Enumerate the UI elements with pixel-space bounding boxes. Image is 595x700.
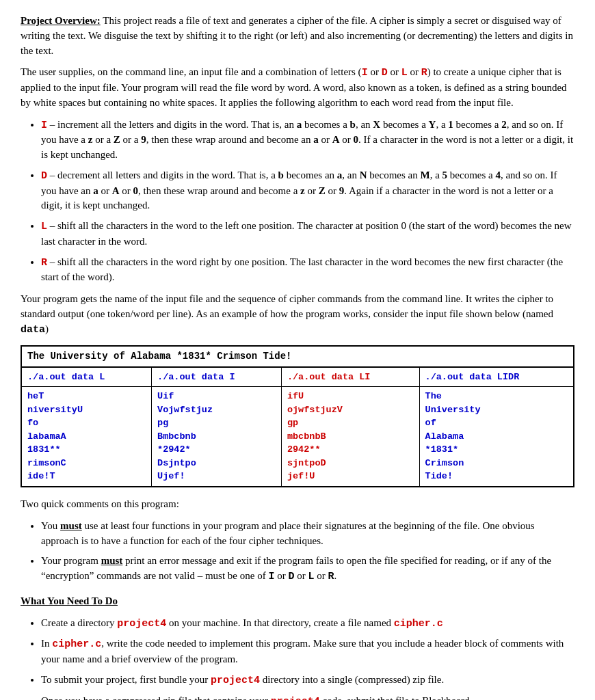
col3-header: ./a.out data LI xyxy=(281,367,419,387)
algorithm-list: I – increment all the letters and digits… xyxy=(41,118,574,286)
overview-paragraph: Project Overview: This project reads a f… xyxy=(21,14,574,58)
comments-list: You must use at least four functions in … xyxy=(41,519,574,584)
comment2-D: D xyxy=(288,571,294,582)
wntd-item2: In cipher.c, write the code needed to im… xyxy=(41,636,574,667)
col4-data: TheUniversityofAlabama*1831*CrimsonTide! xyxy=(419,387,574,487)
wntd-item3: To submit your project, first bundle you… xyxy=(41,673,574,688)
comment1-must: must xyxy=(60,520,82,531)
col4-header: ./a.out data LIDR xyxy=(419,367,574,387)
wntd2-cipher: cipher.c xyxy=(52,638,101,650)
table-header-cell: The University of Alabama *1831* Crimson… xyxy=(21,346,574,366)
bullet-D: D – decrement all letters and digits in … xyxy=(41,168,574,213)
col1-header: ./a.out data L xyxy=(21,367,152,387)
wntd1-project4: project4 xyxy=(117,618,166,630)
table-col-header-row: ./a.out data L ./a.out data I ./a.out da… xyxy=(21,367,574,387)
overview-label: Project Overview: xyxy=(21,15,101,26)
col3-data: ifUojwfstjuzVgpmbcbnbB2942**sjntpoDjef!U xyxy=(281,387,419,487)
para2: Your program gets the name of the input … xyxy=(21,292,574,337)
comment2-I: I xyxy=(268,571,274,582)
col2-data: UifVojwfstjuzpgBmbcbnb*2942*DsjntpoUjef! xyxy=(152,387,282,487)
data-filename: data xyxy=(21,324,45,336)
table-header-row: The University of Alabama *1831* Crimson… xyxy=(21,346,574,366)
wntd4-project4: project4 xyxy=(271,696,320,700)
bullet-D-label: D xyxy=(41,170,47,182)
bullet-L-label: L xyxy=(41,221,47,232)
para1: The user supplies, on the command line, … xyxy=(21,65,574,110)
comments-intro: Two quick comments on this program: xyxy=(21,497,574,512)
comment2: Your program must print an error message… xyxy=(41,554,574,584)
wntd-title-para: What You Need To Do xyxy=(21,594,574,609)
bullet-R-label: R xyxy=(41,257,47,269)
wntd-item4: Once you have a compressed zip file that… xyxy=(41,694,574,700)
wntd3-project4: project4 xyxy=(211,675,260,686)
wntd-item1: Create a directory project4 on your mach… xyxy=(41,616,574,632)
overview-text: This project reads a file of text and ge… xyxy=(21,15,573,56)
wntd-list: Create a directory project4 on your mach… xyxy=(41,616,574,700)
para1-start: The user supplies, on the command line, … xyxy=(21,66,567,108)
comment2-must: must xyxy=(101,555,123,566)
comment2-L: L xyxy=(308,571,314,582)
comment1: You must use at least four functions in … xyxy=(41,519,574,549)
comment2-R: R xyxy=(328,571,334,582)
col1-data: heTniversityUfolabamaA1831**rimsonCide!T xyxy=(21,387,152,487)
wntd1-cipher: cipher.c xyxy=(394,618,443,630)
bullet-I-label: I xyxy=(41,120,47,131)
table-data-row: heTniversityUfolabamaA1831**rimsonCide!T… xyxy=(21,387,574,487)
bullet-I: I – increment all the letters and digits… xyxy=(41,118,574,163)
cipher-table: The University of Alabama *1831* Crimson… xyxy=(21,345,574,487)
wntd-title: What You Need To Do xyxy=(21,595,118,606)
bullet-R: R – shift all the characters in the word… xyxy=(41,255,574,286)
col2-header: ./a.out data I xyxy=(152,367,282,387)
bullet-L: L – shift all the characters in the word… xyxy=(41,219,574,250)
